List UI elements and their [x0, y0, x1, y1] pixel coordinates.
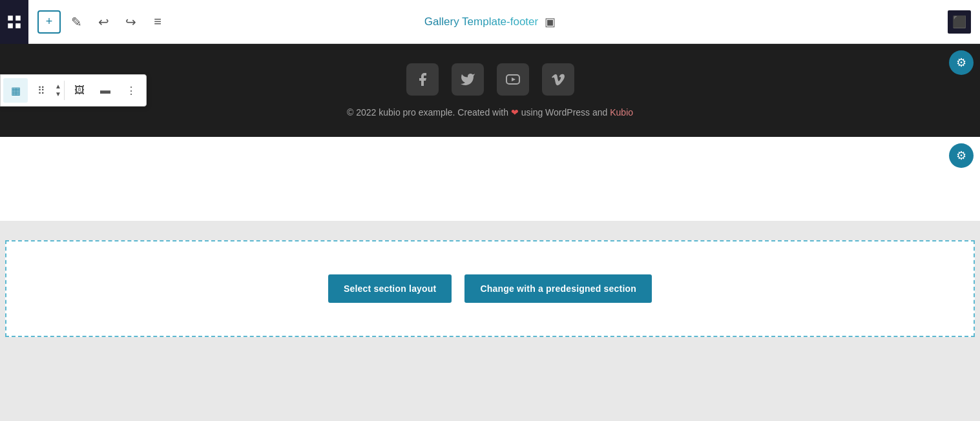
gear-icon-2: ⚙	[956, 149, 966, 163]
empty-section: Select section layout Change with a pred…	[0, 221, 980, 369]
youtube-icon[interactable]	[497, 63, 529, 96]
undo-button[interactable]: ↩	[92, 10, 115, 34]
gear-icon: ⚙	[956, 56, 966, 70]
empty-section-inner: Select section layout Change with a pred…	[5, 240, 975, 337]
heart-icon: ❤	[511, 107, 519, 118]
svg-rect-3	[16, 23, 21, 28]
vimeo-icon[interactable]	[542, 63, 574, 96]
section-more-button[interactable]: ⋮	[119, 78, 143, 103]
predesigned-section-button[interactable]: Change with a predesigned section	[464, 274, 652, 303]
section-layout-button[interactable]: ▦	[3, 78, 28, 103]
image-icon: 🖼	[74, 85, 85, 96]
copyright-suffix: using WordPress and	[519, 107, 610, 118]
preview-button[interactable]: ⬛	[948, 10, 971, 34]
kubio-link[interactable]: Kubio	[610, 107, 633, 118]
redo-button[interactable]: ↪	[119, 10, 142, 34]
add-button[interactable]: +	[37, 10, 61, 34]
twitter-icon[interactable]	[452, 63, 484, 96]
svg-marker-5	[512, 77, 516, 81]
section-reorder: ▲ ▼	[55, 83, 61, 98]
svg-rect-1	[16, 15, 21, 21]
section-up-button[interactable]: ▲	[55, 83, 61, 90]
toolbar-right: ⬛	[948, 10, 971, 34]
document-icon[interactable]: ▣	[545, 15, 556, 29]
whitespace-settings-button[interactable]: ⚙	[949, 143, 974, 168]
facebook-icon[interactable]	[406, 63, 439, 96]
menu-button[interactable]: ≡	[146, 10, 169, 34]
main-content: ⚙ ▦ ⠿ ▲ ▼ 🖼 ▬ ⋮	[0, 44, 980, 402]
toolbar-divider	[64, 81, 65, 100]
social-icons-row	[0, 57, 980, 96]
more-icon: ⋮	[126, 85, 136, 97]
svg-rect-0	[8, 15, 13, 21]
section-drag-handle[interactable]: ⠿	[29, 78, 54, 103]
logo[interactable]	[0, 0, 28, 44]
page-title: Gallery Template-footer	[424, 15, 538, 28]
footer-settings-button[interactable]: ⚙	[949, 50, 974, 75]
section-align-button[interactable]: ▬	[93, 78, 118, 103]
svg-rect-2	[8, 23, 13, 28]
layout-grid-icon: ▦	[11, 85, 21, 97]
section-down-button[interactable]: ▼	[55, 90, 61, 98]
align-icon: ▬	[100, 85, 110, 96]
bottom-bar	[0, 369, 980, 402]
section-toolbar: ▦ ⠿ ▲ ▼ 🖼 ▬ ⋮	[0, 74, 147, 107]
edit-button[interactable]: ✎	[65, 10, 88, 34]
select-layout-button[interactable]: Select section layout	[328, 274, 452, 303]
toolbar-title: Gallery Template-footer ▣	[424, 15, 556, 29]
drag-icon: ⠿	[37, 85, 45, 97]
footer-copyright: © 2022 kubio pro example. Created with ❤…	[0, 107, 980, 118]
toolbar-tools: + ✎ ↩ ↪ ≡	[37, 10, 169, 34]
white-space-section: ⚙	[0, 137, 980, 221]
footer-section: ⚙ ▦ ⠿ ▲ ▼ 🖼 ▬ ⋮	[0, 44, 980, 137]
section-image-button[interactable]: 🖼	[67, 78, 92, 103]
top-toolbar: + ✎ ↩ ↪ ≡ Gallery Template-footer ▣ ⬛	[0, 0, 980, 44]
copyright-prefix: © 2022 kubio pro example. Created with	[347, 107, 511, 118]
